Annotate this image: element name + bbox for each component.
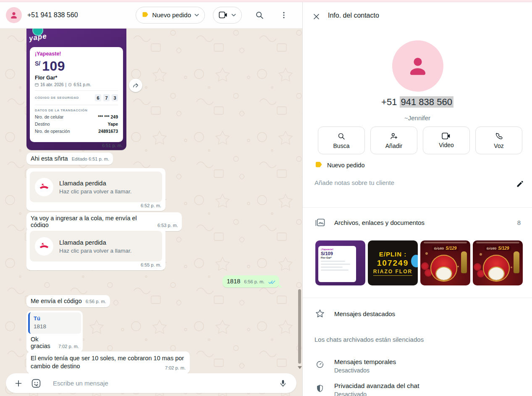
video-camera-icon: [442, 132, 451, 140]
message-time: Editado 6:51 p. m.: [72, 156, 109, 162]
quote-text: 1818: [34, 322, 77, 330]
incoming-message[interactable]: Ahi esta sñrta Editado 6:51 p. m.: [26, 153, 113, 165]
message-time: 7:02 p. m.: [165, 365, 186, 371]
media-count-badge: 8: [517, 219, 521, 226]
attach-button[interactable]: [12, 377, 25, 390]
kebab-menu-icon: [280, 11, 288, 19]
star-icon: [314, 308, 325, 319]
missed-call-message: Llamada perdida Haz clic para volver a l…: [26, 227, 165, 270]
quoted-message[interactable]: Tú 1818: [28, 312, 81, 334]
pencil-icon: [516, 180, 524, 188]
search-in-chat-button[interactable]: [252, 8, 267, 23]
sticker-smiley-icon: [31, 378, 41, 388]
message-text: 1818: [227, 278, 240, 285]
close-panel-button[interactable]: [310, 11, 322, 22]
emoji-button[interactable]: [29, 377, 43, 390]
add-contact-button[interactable]: Añadir: [370, 127, 417, 154]
call-back-action[interactable]: Llamada perdida Haz clic para volver a l…: [30, 231, 162, 261]
media-links-docs-row[interactable]: Archivos, enlaces y documentos 8: [314, 217, 521, 228]
contact-action-buttons: Busca Añadir Video Voz: [318, 127, 522, 154]
video-call-contact-button[interactable]: Video: [423, 127, 470, 154]
media-thumbnails: ¡Yapeaste! S/109 Flor Gar* E/PLIN : 1072…: [315, 240, 523, 285]
search-contact-button[interactable]: Busca: [318, 127, 365, 154]
message-text: Ok gracias: [31, 336, 55, 349]
video-call-button[interactable]: [213, 7, 242, 24]
search-icon: [255, 11, 264, 20]
customer-notes-placeholder[interactable]: Añade notas sobre tu cliente: [314, 179, 394, 186]
message-time: 6:52 p. m.: [141, 203, 161, 209]
call-title: Llamada perdida: [59, 179, 132, 187]
quote-author: Tú: [34, 314, 77, 322]
media-thumbnail-promo[interactable]: S/189S/129: [473, 240, 523, 285]
missed-call-icon: [39, 242, 49, 251]
forward-message-button[interactable]: [129, 79, 142, 92]
chevron-down-icon: [194, 13, 199, 17]
message-time: 7:02 p. m.: [58, 344, 79, 349]
security-code-label: CÓDIGO DE SEGURIDAD: [35, 96, 79, 100]
missed-call-icon-circle: [35, 178, 53, 196]
window-top-strip: [0, 0, 532, 2]
selected-phone-text: 941 838 560: [400, 96, 453, 108]
clock-icon: [68, 83, 72, 87]
scrollbar-down-arrow[interactable]: [298, 366, 302, 369]
archived-chats-note: Los chats archivados están silenciados: [314, 336, 424, 343]
order-label-button[interactable]: Nuevo pedido: [136, 7, 205, 24]
receipt-recipient: Flor Gar*: [35, 75, 118, 81]
timer-icon: [314, 359, 325, 370]
thumb-amount: S/109: [321, 251, 354, 256]
yape-brand-script: yape: [29, 32, 47, 43]
divider: [303, 298, 532, 298]
incoming-message[interactable]: Me envía el código 6:56 p. m.: [26, 295, 110, 307]
message-input[interactable]: [52, 379, 272, 387]
media-thumbnail-promo[interactable]: S/189S/129: [420, 240, 470, 285]
missed-call-message: Llamada perdida Haz clic para volver a l…: [26, 168, 165, 211]
video-camera-icon: [219, 11, 228, 18]
receipt-amount: S/ 109: [35, 58, 118, 74]
double-check-icon: [268, 280, 275, 285]
voice-message-button[interactable]: [276, 377, 290, 390]
message-time: 6:56 p. m.: [86, 299, 106, 304]
chat-scrollbar-thumb[interactable]: [298, 289, 301, 364]
message-time: 6:56 p. m.: [244, 279, 265, 285]
transaction-data-label: DATOS DE LA TRANSACCIÓN: [35, 108, 118, 112]
voice-call-contact-button[interactable]: Voz: [475, 127, 522, 154]
calendar-icon: [35, 83, 39, 87]
advanced-chat-privacy-row[interactable]: Privacidad avanzada del chat Desactivado: [314, 381, 521, 396]
receipt-title: ¡Yapeaste!: [35, 51, 118, 57]
edit-notes-button[interactable]: [515, 179, 525, 189]
call-back-action[interactable]: Llamada perdida Haz clic para volver a l…: [30, 172, 162, 202]
contact-avatar[interactable]: [6, 7, 22, 23]
incoming-message[interactable]: El envío tenía que ser 10 soles, me cobr…: [26, 351, 190, 374]
message-text: Me envía el código: [31, 298, 82, 304]
incoming-message-with-quote[interactable]: Tú 1818 Ok gracias 7:02 p. m.: [26, 311, 83, 353]
order-label-row[interactable]: Nuevo pedido: [314, 161, 365, 169]
media-thumbnail-yape-receipt[interactable]: ¡Yapeaste! S/109 Flor Gar*: [315, 240, 365, 285]
starred-messages-row[interactable]: Mensajes destacados: [314, 308, 521, 319]
missed-call-icon-circle: [35, 237, 53, 256]
outgoing-message[interactable]: 1818 6:56 p. m.: [223, 275, 279, 288]
contact-phone-number[interactable]: +51 941 838 560: [303, 97, 532, 108]
chat-contact-phone[interactable]: +51 941 838 560: [27, 11, 78, 19]
microphone-icon: [279, 379, 287, 388]
forward-arrow-icon: [132, 82, 139, 89]
chat-header: +51 941 838 560 Nuevo pedido: [0, 2, 302, 29]
chevron-down-icon: [231, 13, 236, 17]
message-time: 6:51 p. m.: [102, 143, 123, 148]
message-text: Ya voy a ingresar a la cola, me envía el…: [31, 215, 154, 228]
search-icon: [337, 132, 346, 140]
disappearing-messages-row[interactable]: Mensajes temporales Desactivados: [314, 357, 521, 375]
message-time: 6:55 p. m.: [141, 262, 161, 268]
chat-menu-button[interactable]: [276, 8, 291, 23]
call-subtitle: Haz clic para volver a llamar.: [59, 187, 132, 195]
contact-avatar-large[interactable]: [392, 40, 443, 92]
label-tag-icon: [314, 161, 322, 169]
plus-icon: [14, 379, 23, 388]
receipt-datetime: 16 abr. 2026 | 6:51 p.m.: [35, 82, 118, 87]
media-thumbnail-plin-number[interactable]: E/PLIN : 107249 RIAZO FLOR: [368, 240, 418, 285]
yape-receipt-image-message[interactable]: yape ¡Yapeaste! S/ 109 Flor Gar* 16 abr.…: [26, 29, 126, 150]
close-icon: [312, 13, 320, 21]
message-text: Ahi esta sñrta: [31, 155, 68, 162]
label-tag-icon: [142, 11, 149, 18]
call-title: Llamada perdida: [59, 238, 132, 247]
message-composer: [6, 373, 296, 393]
